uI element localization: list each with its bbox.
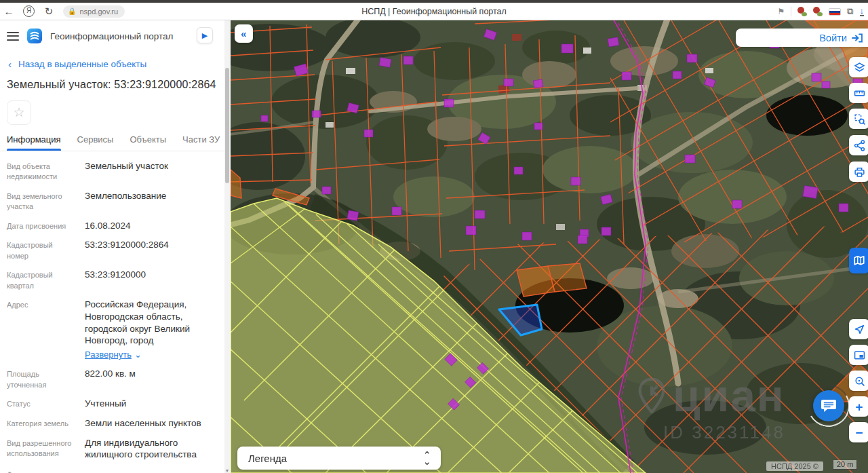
- nspd-logo-icon: [27, 29, 42, 43]
- info-field-row: Площадь уточненная 822.00 кв. м: [7, 368, 218, 390]
- print-button[interactable]: [849, 162, 868, 182]
- field-value: Земли населенных пунктов: [85, 417, 201, 430]
- field-label: Статус: [7, 398, 75, 410]
- info-field-row: Вид разрешенного использования Для индив…: [7, 437, 218, 461]
- chat-bubble-icon: [821, 398, 837, 413]
- zoom-out-button[interactable]: −: [849, 422, 868, 442]
- map-attribution: НСПД 2025 ©: [766, 461, 823, 471]
- address-bar[interactable]: 🔒 nspd.gov.ru: [63, 5, 125, 18]
- locate-me-button[interactable]: [849, 319, 868, 339]
- yandex-browser-icon[interactable]: Я: [23, 5, 35, 17]
- field-label: Площадь уточненная: [7, 368, 75, 390]
- field-label: Вид разрешенного использования: [7, 437, 75, 461]
- layers-button[interactable]: [849, 57, 868, 77]
- tab-bar: ИнформацияСервисыОбъектыЧасти ЗУСостав: [0, 125, 231, 151]
- field-label: Категория земель: [7, 417, 75, 430]
- scale-bar: 20 m: [833, 460, 857, 470]
- ruler-icon: [854, 88, 865, 99]
- info-field-row: Форма собственности -: [7, 468, 218, 473]
- nspd-portal-window: ← Я ↻ 🔒 nspd.gov.ru НСПД | Геоинформацио…: [0, 0, 868, 473]
- printer-icon: [854, 166, 865, 178]
- back-link[interactable]: ‹ Назад в выделенные объекты: [0, 43, 231, 70]
- lock-icon: 🔒: [68, 7, 76, 15]
- extension-icon-2[interactable]: [813, 7, 823, 16]
- basemap-icon: [853, 254, 865, 267]
- browser-toolbar: ← Я ↻ 🔒 nspd.gov.ru НСПД | Геоинформацио…: [0, 3, 868, 20]
- legend-dropdown[interactable]: Легенда ⌃⌄: [237, 447, 441, 470]
- minus-icon: −: [855, 426, 863, 439]
- field-value: -: [85, 468, 88, 473]
- field-label: Дата присвоения: [7, 220, 75, 232]
- field-value: 16.08.2024: [85, 220, 131, 232]
- reload-icon[interactable]: ↻: [40, 5, 58, 18]
- plus-icon: +: [855, 400, 863, 413]
- field-label: Адрес: [7, 299, 75, 360]
- bookmark-icon[interactable]: ⚑: [777, 7, 785, 16]
- field-value: 822.00 кв. м: [85, 368, 136, 380]
- tabs-scroll-right-button[interactable]: ▶: [197, 27, 213, 43]
- coordinate-search-icon: [854, 375, 865, 387]
- russia-flag-icon[interactable]: [829, 8, 841, 16]
- login-label: Войти: [819, 33, 847, 43]
- map-canvas[interactable]: [231, 20, 868, 473]
- map-area[interactable]: « Войти: [231, 20, 868, 473]
- measure-button[interactable]: [849, 83, 868, 103]
- sidebar-tab[interactable]: Части ЗУ: [182, 134, 220, 151]
- info-field-row: Вид земельного участка Землепользование: [7, 190, 218, 212]
- sidebar-scrollbar[interactable]: ▼: [224, 20, 230, 473]
- field-value: Учтенный: [85, 398, 126, 410]
- scrollbar-down-arrow[interactable]: ▼: [224, 468, 230, 473]
- field-value: Землепользование: [85, 190, 166, 202]
- info-field-row: Статус Учтенный: [7, 398, 218, 410]
- field-label: Вид земельного участка: [7, 190, 75, 212]
- zoom-in-button[interactable]: +: [849, 396, 868, 417]
- coordinate-search-button[interactable]: [849, 371, 868, 391]
- info-field-row: Дата присвоения 16.08.2024: [7, 220, 218, 232]
- favorite-star-button[interactable]: ☆: [7, 100, 31, 125]
- minimap-icon: [854, 349, 865, 361]
- field-value: 53:23:9120000: [85, 269, 146, 281]
- portal-title: Геоинформационный портал: [50, 31, 173, 41]
- sidebar-tab[interactable]: Сервисы: [77, 134, 114, 151]
- navigation-arrow-icon: [854, 324, 865, 335]
- browser-tab-title: НСПД | Геоинформационный портал: [0, 7, 868, 16]
- field-label: Вид объекта недвижимости: [7, 160, 75, 183]
- minimap-button[interactable]: [849, 345, 868, 365]
- field-label: Кадастровый квартал: [7, 269, 75, 291]
- share-icon: [854, 140, 865, 151]
- chevron-left-icon: ‹: [8, 58, 12, 70]
- info-field-row: Кадастровый номер 53:23:9120000:2864: [7, 239, 218, 261]
- area-search-button[interactable]: [849, 109, 868, 129]
- field-value: Для индивидуального жилищного строительс…: [85, 437, 218, 461]
- parcel-title: Земельный участок: 53:23:9120000:2864: [0, 70, 231, 91]
- field-value: Российская Федерация, Новгородская облас…: [85, 299, 218, 347]
- field-value: Земельный участок: [85, 160, 168, 172]
- field-label: Форма собственности: [7, 468, 75, 473]
- expand-address-link[interactable]: Развернуть: [85, 349, 142, 360]
- downloads-icon[interactable]: ↓: [860, 7, 865, 16]
- info-field-row: Адрес Российская Федерация, Новгородская…: [7, 299, 218, 360]
- sidebar-collapse-button[interactable]: «: [235, 24, 253, 43]
- field-value: 53:23:9120000:2864: [85, 239, 169, 251]
- toolbar-divider: [791, 7, 791, 16]
- info-sidebar: Геоинформационный портал ‹ Назад в выдел…: [0, 20, 231, 473]
- login-arrow-icon: [852, 33, 863, 43]
- info-field-row: Вид объекта недвижимости Земельный участ…: [7, 160, 218, 183]
- updown-chevron-icon: ⌃⌄: [422, 452, 431, 464]
- extension-icon-1[interactable]: [797, 7, 807, 16]
- info-field-row: Кадастровый квартал 53:23:9120000: [7, 269, 218, 291]
- browser-back-icon[interactable]: ←: [0, 5, 18, 17]
- collections-icon[interactable]: ⧉: [847, 6, 853, 17]
- menu-icon[interactable]: [7, 32, 19, 41]
- share-button[interactable]: [849, 135, 868, 155]
- login-bar[interactable]: Войти: [736, 29, 868, 47]
- polygon-search-icon: [854, 113, 865, 125]
- legend-label: Легенда: [248, 453, 287, 464]
- field-label: Кадастровый номер: [7, 239, 75, 261]
- sidebar-tab[interactable]: Объекты: [130, 134, 166, 151]
- sidebar-tab[interactable]: Информация: [7, 134, 61, 151]
- support-chat-button[interactable]: [813, 390, 844, 421]
- basemap-button[interactable]: [849, 248, 868, 273]
- layers-icon: [854, 62, 865, 73]
- scrollbar-thumb[interactable]: [225, 68, 229, 183]
